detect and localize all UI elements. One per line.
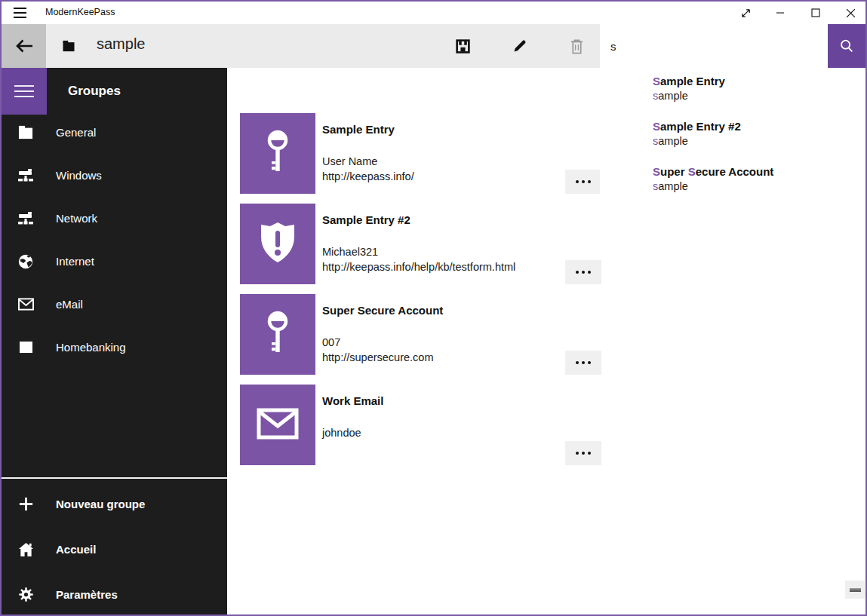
sidebar-item-label: Network [56,212,97,225]
entry-title: Work Email [322,394,383,407]
search-suggestions: Sample EntrysampleSample Entry #2sampleS… [600,68,865,219]
sidebar-heading: Groupes [68,84,121,99]
fullscreen-toggle-button[interactable] [736,4,755,22]
zoom-out-button[interactable] [845,581,865,599]
entry-title: Sample Entry [322,123,395,136]
entry-row-work-email: Work Emailjohndoe [227,385,865,465]
entry-more-button[interactable] [565,351,601,375]
minus-icon [850,588,861,592]
sidebar-item-homebanking[interactable]: Homebanking [2,326,227,369]
sidebar-action-accueil[interactable]: Accueil [2,526,227,572]
folder-icon [15,123,36,143]
entry-tile[interactable] [240,113,315,194]
entry-details: User Namehttp://keepass.info/ [322,154,414,184]
sidebar-item-label: General [56,126,96,139]
suggestion-subtitle: sample [653,135,859,147]
close-icon [846,8,856,18]
sidebar-item-label: Windows [56,169,102,182]
back-arrow-icon [14,38,34,54]
hamburger-icon [14,85,34,98]
title-bar: ModernKeePass [2,2,865,24]
entry-title: Sample Entry #2 [322,213,410,226]
entry-title: Super Secure Account [322,304,443,317]
sidebar: Groupes GeneralWindowsNetworkInterneteMa… [2,68,227,614]
maximize-button[interactable] [806,4,825,22]
main-content: Sample EntryUser Namehttp://keepass.info… [227,68,865,614]
sidebar-groups: GeneralWindowsNetworkInterneteMailHomeba… [2,111,227,369]
home-icon [15,539,36,559]
suggestion-subtitle: sample [653,180,859,192]
sidebar-item-internet[interactable]: Internet [2,240,227,283]
save-icon [455,38,471,54]
sidebar-divider [2,477,227,479]
mail-icon [15,295,36,314]
sidebar-item-label: eMail [56,298,83,311]
app-window: ModernKeePass sample [0,0,867,616]
search-button[interactable] [828,24,865,68]
suggestion-subtitle: sample [653,90,859,102]
maximize-icon [811,8,820,17]
entry-tile[interactable] [240,204,315,284]
key-icon [263,129,293,179]
network-icon [15,166,36,185]
entry-details: johndoe [322,425,361,440]
command-bar: sample [2,24,865,68]
sidebar-item-email[interactable]: eMail [2,283,227,326]
sidebar-item-label: Internet [56,255,94,268]
plus-icon [15,494,36,513]
sidebar-action-nouveau-groupe[interactable]: Nouveau groupe [2,481,227,526]
gear-icon [15,584,36,604]
search-suggestion[interactable]: Sample Entrysample [653,75,859,109]
database-title: sample [97,35,145,53]
entry-tile[interactable] [240,385,315,465]
pencil-icon [512,38,527,54]
search-icon [838,38,855,54]
suggestion-title: Super Secure Account [653,165,859,178]
square-icon [15,338,36,357]
key-icon [263,310,293,360]
minimize-button[interactable] [770,4,790,22]
sidebar-item-label: Paramètres [56,588,118,601]
back-button[interactable] [2,24,46,68]
edit-button[interactable] [502,24,538,68]
sidebar-item-network[interactable]: Network [2,197,227,240]
entry-tile[interactable] [240,294,315,375]
save-button[interactable] [444,24,481,68]
sidebar-hamburger-button[interactable] [2,68,47,115]
folder-icon [62,40,75,52]
minimize-icon [776,8,785,17]
delete-button[interactable] [558,24,595,68]
sidebar-actions: Nouveau groupeAccueilParamètres [2,481,227,616]
entry-more-button[interactable] [565,260,601,284]
entry-details: 007http://supersecure.com [322,335,434,365]
entry-row-super-secure-account: Super Secure Account007http://supersecur… [227,294,865,375]
sidebar-item-label: Accueil [56,543,96,556]
trash-icon [570,38,584,54]
search-input[interactable] [600,24,828,68]
titlebar-hamburger-icon[interactable] [14,8,26,18]
diagonal-resize-icon [740,8,752,19]
entry-more-button[interactable] [565,441,601,465]
close-button[interactable] [841,4,860,22]
globe-icon [15,252,36,271]
window-title: ModernKeePass [45,7,115,17]
search-suggestion[interactable]: Super Secure Accountsample [653,165,859,200]
entry-details: Michael321http://keepass.info/help/kb/te… [322,244,515,274]
network-icon [15,209,36,228]
sidebar-item-general[interactable]: General [2,111,227,154]
sidebar-item-label: Homebanking [56,341,126,354]
mail-tile-icon [257,408,299,443]
suggestion-title: Sample Entry #2 [653,120,859,133]
entry-more-button[interactable] [565,170,601,194]
sidebar-action-param-tres[interactable]: Paramètres [2,572,227,616]
shield-alert-icon [259,222,297,267]
sidebar-item-label: Nouveau groupe [56,498,145,510]
sidebar-item-windows[interactable]: Windows [2,154,227,197]
search-suggestion[interactable]: Sample Entry #2sample [653,120,859,155]
suggestion-title: Sample Entry [653,75,859,87]
search-box [600,24,828,68]
